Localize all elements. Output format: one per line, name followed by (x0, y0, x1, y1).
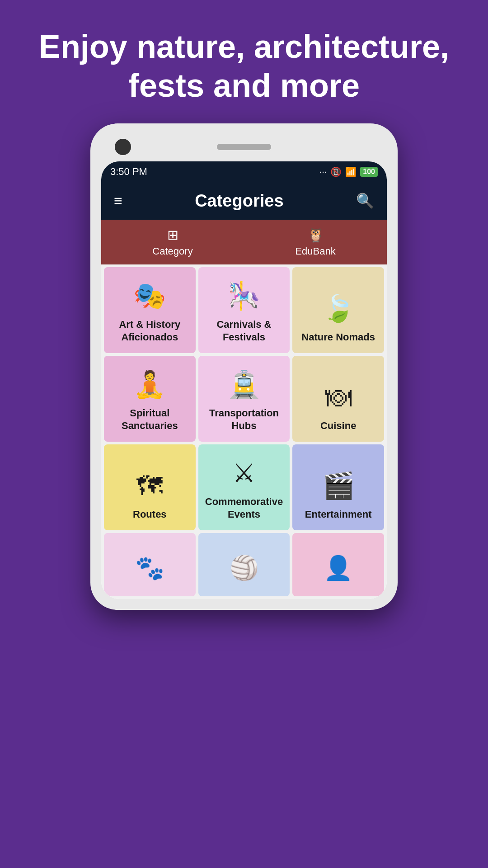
tab-bar: ⊞ Category 🦉 EduBank (101, 220, 387, 264)
category-tab-label: Category (152, 245, 192, 257)
routes-icon: 🗺 (136, 471, 163, 501)
cuisine-icon: 🍽 (325, 382, 352, 412)
phone-camera (115, 139, 131, 155)
carnivals-icon: 🎠 (228, 280, 260, 311)
spiritual-icon: 🧘 (133, 369, 166, 400)
category-nature-nomads[interactable]: 🍃 Nature Nomads (292, 267, 384, 353)
category-commemorative[interactable]: ⚔ Commemorative Events (198, 444, 290, 530)
category-art-history[interactable]: 🎭 Art & History Aficionados (104, 267, 196, 353)
category-entertainment[interactable]: 🎬 Entertainment (292, 444, 384, 530)
hero-section: Enjoy nature, architecture, fests and mo… (0, 0, 488, 123)
wifi-icon: 📶 (345, 166, 357, 177)
status-dots: ··· (319, 166, 327, 177)
entertainment-icon: 🎬 (322, 470, 355, 501)
tab-edubank[interactable]: 🦉 EduBank (244, 220, 387, 264)
transportation-label: Transportation Hubs (203, 407, 286, 433)
category-spiritual[interactable]: 🧘 Spiritual Sanctuaries (104, 356, 196, 442)
category-transportation[interactable]: 🚊 Transportation Hubs (198, 356, 290, 442)
category-people[interactable]: 👤 (292, 533, 384, 596)
category-sports[interactable]: 🏐 (198, 533, 290, 596)
sports-icon: 🏐 (230, 554, 259, 582)
tab-category[interactable]: ⊞ Category (101, 220, 244, 264)
art-history-icon: 🎭 (133, 280, 166, 311)
sim-icon: 📵 (330, 166, 342, 177)
phone-notch (101, 134, 387, 161)
people-icon: 👤 (324, 554, 353, 582)
edubank-tab-label: EduBank (295, 245, 335, 257)
hero-text: Enjoy nature, architecture, fests and mo… (0, 0, 488, 123)
app-header: ≡ Categories 🔍 (101, 182, 387, 220)
status-icons: ··· 📵 📶 100 (319, 166, 378, 177)
status-bar: 3:50 PM ··· 📵 📶 100 (101, 161, 387, 182)
phone-screen: 3:50 PM ··· 📵 📶 100 ≡ Categories 🔍 ⊞ Cat… (101, 161, 387, 599)
spiritual-label: Spiritual Sanctuaries (108, 407, 191, 433)
category-tab-icon: ⊞ (167, 227, 178, 243)
commemorative-icon: ⚔ (232, 458, 256, 488)
entertainment-label: Entertainment (305, 508, 372, 521)
carnivals-label: Carnivals & Festivals (203, 318, 286, 344)
animals-icon: 🐾 (135, 554, 164, 582)
phone-device: 3:50 PM ··· 📵 📶 100 ≡ Categories 🔍 ⊞ Cat… (90, 123, 398, 610)
categories-grid: 🎭 Art & History Aficionados 🎠 Carnivals … (101, 264, 387, 533)
category-cuisine[interactable]: 🍽 Cuisine (292, 356, 384, 442)
partial-categories-row: 🐾 🏐 👤 (101, 533, 387, 599)
commemorative-label: Commemorative Events (203, 495, 286, 521)
battery-indicator: 100 (360, 167, 378, 177)
status-time: 3:50 PM (110, 166, 147, 178)
search-button[interactable]: 🔍 (356, 192, 374, 209)
page-title: Categories (195, 191, 283, 211)
nature-label: Nature Nomads (301, 331, 375, 344)
cuisine-label: Cuisine (320, 420, 356, 433)
nature-icon: 🍃 (322, 293, 355, 324)
category-routes[interactable]: 🗺 Routes (104, 444, 196, 530)
category-carnivals[interactable]: 🎠 Carnivals & Festivals (198, 267, 290, 353)
phone-speaker (217, 144, 271, 150)
menu-button[interactable]: ≡ (114, 193, 122, 209)
edubank-tab-icon: 🦉 (307, 227, 324, 243)
category-animals[interactable]: 🐾 (104, 533, 196, 596)
transportation-icon: 🚊 (228, 369, 260, 400)
art-history-label: Art & History Aficionados (108, 318, 191, 344)
routes-label: Routes (133, 508, 167, 521)
